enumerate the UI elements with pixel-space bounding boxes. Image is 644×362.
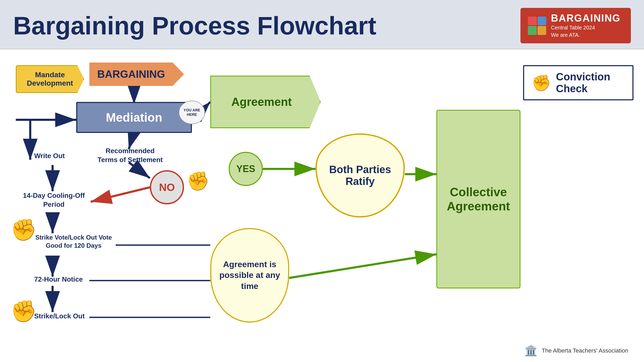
cooling-off-label: 14-Day Cooling-Off Period bbox=[21, 191, 87, 209]
agreement-possible-shape: Agreement is possible at any time bbox=[210, 228, 289, 323]
notice-72-label: 72-Hour Notice bbox=[34, 275, 83, 283]
header: Bargaining Process Flowchart BARGAINING … bbox=[0, 0, 644, 49]
logo-puzzle-icon bbox=[528, 17, 546, 35]
mediation-label: Mediation bbox=[106, 111, 162, 124]
collective-agreement-box: Collective Agreement bbox=[436, 110, 520, 288]
bargaining-label: BARGAINING bbox=[97, 68, 165, 80]
mandate-development-box: Mandate Development bbox=[16, 65, 84, 93]
mediation-box: Mediation bbox=[76, 102, 192, 133]
logo-subtitle1: Central Table 2024 bbox=[551, 24, 621, 31]
ata-logo-icon: 🏛️ bbox=[524, 344, 538, 357]
recommended-terms-label: Recommended Terms of Settlement bbox=[97, 147, 163, 164]
logo-box: BARGAINING Central Table 2024 We are ATA… bbox=[520, 8, 631, 43]
conviction-fist-icon: ✊ bbox=[531, 74, 551, 92]
svg-line-12 bbox=[129, 162, 150, 178]
ata-org-label: The Alberta Teachers' Association bbox=[542, 347, 628, 354]
footer: 🏛️ The Alberta Teachers' Association bbox=[524, 344, 628, 357]
strike-lockout-fist-icon: ✊ bbox=[11, 299, 37, 324]
strike-vote-label: Strike Vote/Lock Out Vote Good for 120 D… bbox=[34, 233, 113, 250]
logo-text: BARGAINING Central Table 2024 We are ATA… bbox=[551, 13, 621, 39]
you-are-here-bubble: YOU ARE HERE bbox=[179, 101, 205, 124]
agreement-shape: Agreement bbox=[210, 76, 321, 128]
conviction-fist-no-icon: ✊ bbox=[187, 170, 209, 192]
strike-lockout-label: Strike/Lock Out bbox=[34, 312, 85, 320]
collective-agreement-label: Collective Agreement bbox=[437, 180, 520, 219]
conviction-check-label: Conviction Check bbox=[556, 71, 625, 95]
page-title: Bargaining Process Flowchart bbox=[13, 13, 376, 38]
flowchart-area: Mandate Development BARGAINING Mediation… bbox=[0, 49, 644, 362]
strike-vote-fist-icon: ✊ bbox=[11, 218, 37, 242]
no-label: NO bbox=[159, 182, 175, 193]
agreement-label: Agreement bbox=[231, 95, 300, 108]
both-parties-ratify-shape: Both Parties Ratify bbox=[315, 133, 405, 218]
agreement-possible-label: Agreement is possible at any time bbox=[211, 254, 288, 297]
you-are-here-label: YOU ARE HERE bbox=[179, 108, 205, 117]
conviction-check-box: ✊ Conviction Check bbox=[523, 65, 633, 100]
svg-line-19 bbox=[289, 254, 436, 278]
svg-line-13 bbox=[91, 187, 150, 202]
ratify-label: Both Parties Ratify bbox=[317, 158, 403, 193]
write-out-label: Write Out bbox=[34, 152, 65, 160]
logo-brand: BARGAINING bbox=[551, 13, 621, 24]
logo-subtitle2: We are ATA. bbox=[551, 31, 621, 39]
yes-label: YES bbox=[236, 163, 255, 174]
yes-circle: YES bbox=[229, 152, 263, 186]
bargaining-box: BARGAINING bbox=[89, 63, 184, 86]
no-circle: NO bbox=[150, 170, 184, 204]
